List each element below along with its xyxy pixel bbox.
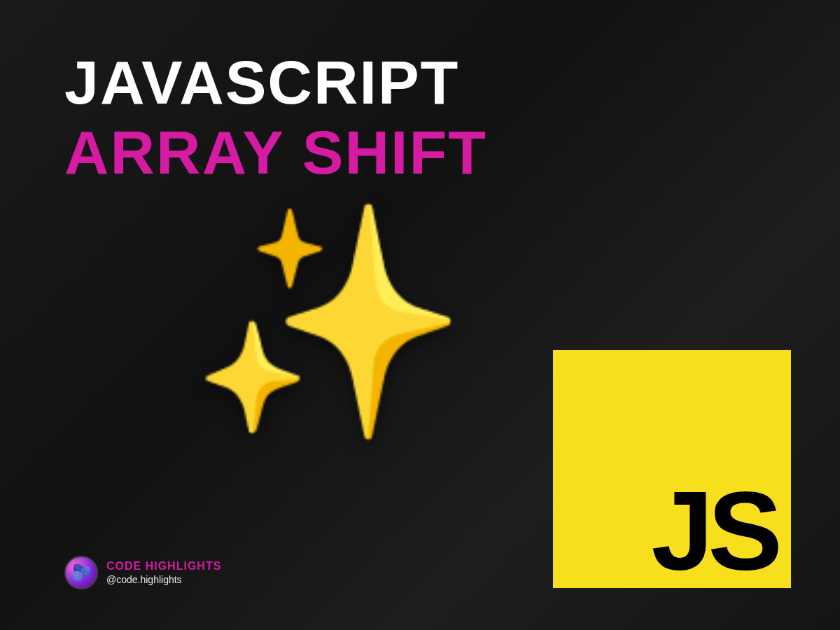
title-block: JAVASCRIPT ARRAY SHIFT — [64, 50, 487, 186]
title-line-2: ARRAY SHIFT — [64, 120, 487, 185]
brand-handle: @code.highlights — [106, 574, 221, 585]
brand-name: CODE HIGHLIGHTS — [106, 560, 221, 573]
footer-brand: 🫐 CODE HIGHLIGHTS @code.highlights — [64, 556, 221, 589]
js-logo-badge: JS — [553, 350, 791, 588]
title-line-1: JAVASCRIPT — [64, 50, 487, 115]
js-logo-text: JS — [651, 466, 777, 595]
brand-avatar-icon: 🫐 — [64, 556, 98, 589]
sparkles-icon: ✨ — [189, 210, 468, 434]
brand-text-block: CODE HIGHLIGHTS @code.highlights — [106, 560, 221, 585]
